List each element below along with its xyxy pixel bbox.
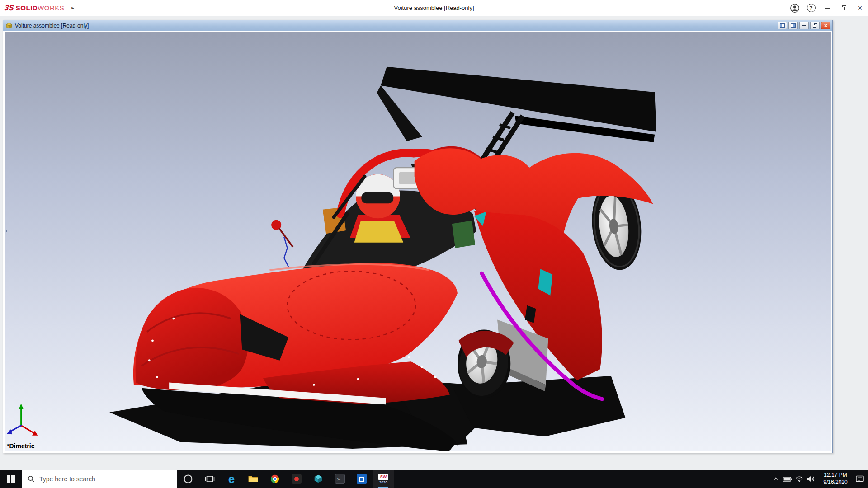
speaker-icon	[807, 475, 815, 483]
tray-overflow-button[interactable]	[770, 470, 782, 488]
app-window-title: Voiture assomblee [Read-only]	[394, 5, 474, 11]
close-icon: ×	[858, 4, 863, 12]
windows-logo-icon	[7, 475, 15, 483]
cortana-icon	[183, 474, 193, 484]
notification-icon	[855, 475, 864, 483]
media-app-icon	[292, 474, 302, 484]
doc-close-button[interactable]: ×	[821, 22, 830, 29]
doc-minimize-icon	[802, 25, 806, 26]
split-pane-button[interactable]	[788, 22, 798, 29]
volume-status[interactable]	[805, 470, 817, 488]
solidworks-logo: 3S SOLID WORKS	[0, 4, 64, 13]
search-icon	[28, 475, 35, 483]
account-button[interactable]	[787, 0, 803, 16]
clock-time: 12:17 PM	[824, 472, 847, 479]
logo-works-text: WORKS	[38, 4, 64, 12]
edge-button[interactable]: e	[221, 470, 242, 488]
system-tray: 12:17 PM 9/16/2020	[770, 470, 868, 488]
file-explorer-button[interactable]	[242, 470, 264, 488]
taskbar-search[interactable]	[22, 470, 177, 488]
chrome-button[interactable]	[264, 470, 286, 488]
mdi-background: Voiture assomblee [Read-only] ×	[0, 16, 868, 470]
minimize-button[interactable]	[819, 0, 835, 16]
cube-app-icon	[313, 474, 323, 484]
cortana-button[interactable]	[177, 470, 199, 488]
edge-icon: e	[228, 473, 235, 485]
wifi-icon	[795, 475, 803, 483]
terminal-button[interactable]: >_	[329, 470, 351, 488]
panel-collapse-arrow[interactable]: ‹	[4, 225, 9, 237]
menu-expander-icon[interactable]: ▸	[71, 5, 74, 11]
start-button[interactable]	[0, 470, 22, 488]
photos-app-button[interactable]	[351, 470, 373, 488]
edrawings-button[interactable]	[307, 470, 329, 488]
windows-taskbar: e >_ SW 2020	[0, 470, 868, 488]
doc-restore-button[interactable]	[810, 22, 820, 29]
photos-app-icon	[357, 474, 367, 484]
user-icon	[790, 3, 800, 13]
pane-left-icon	[780, 23, 785, 28]
document-title: Voiture assomblee [Read-only]	[15, 23, 89, 29]
solidworks-taskbar-button[interactable]: SW 2020	[373, 470, 394, 488]
logo-solid-text: SOLID	[16, 4, 38, 12]
help-button[interactable]: ?	[803, 0, 819, 16]
chevron-up-icon	[773, 476, 778, 482]
help-icon: ?	[807, 4, 816, 12]
graphics-viewport[interactable]: *Dimetric ‹	[3, 31, 832, 453]
restore-icon	[841, 5, 846, 10]
close-button[interactable]: ×	[852, 0, 868, 16]
network-status[interactable]	[793, 470, 805, 488]
folder-icon	[248, 474, 259, 484]
clock-date: 9/16/2020	[823, 479, 847, 486]
chrome-icon	[270, 474, 280, 484]
doc-restore-icon	[813, 23, 817, 28]
battery-status[interactable]	[782, 470, 793, 488]
maximize-button[interactable]	[835, 0, 852, 16]
view-orientation-label: *Dimetric	[7, 442, 34, 450]
solidworks-version-label: 2020	[379, 480, 387, 485]
taskbar-clock[interactable]: 12:17 PM 9/16/2020	[817, 472, 854, 486]
viewport-canvas[interactable]	[5, 32, 831, 451]
task-view-button[interactable]	[199, 470, 221, 488]
media-app-button[interactable]	[286, 470, 307, 488]
ds-logo-mark: 3S	[4, 4, 15, 13]
assembly-document-icon	[6, 23, 12, 29]
document-titlebar[interactable]: Voiture assomblee [Read-only] ×	[3, 20, 832, 31]
app-titlebar: 3S SOLID WORKS ▸ Voiture assomblee [Read…	[0, 0, 868, 16]
show-desktop-button[interactable]	[866, 470, 868, 488]
document-window-controls: ×	[778, 22, 830, 29]
search-input[interactable]	[39, 475, 157, 483]
doc-minimize-button[interactable]	[799, 22, 809, 29]
task-view-icon	[205, 474, 215, 484]
terminal-icon: >_	[335, 474, 345, 484]
pane-right-icon	[791, 23, 796, 28]
app-window-controls: ? ×	[787, 0, 868, 16]
helmet-visor	[361, 192, 393, 203]
solidworks-icon: SW	[378, 474, 388, 480]
document-window: Voiture assomblee [Read-only] ×	[3, 20, 833, 453]
minimize-icon	[825, 8, 830, 9]
display-pane-button[interactable]	[778, 22, 787, 29]
action-center-button[interactable]	[854, 470, 866, 488]
battery-icon	[783, 475, 793, 483]
